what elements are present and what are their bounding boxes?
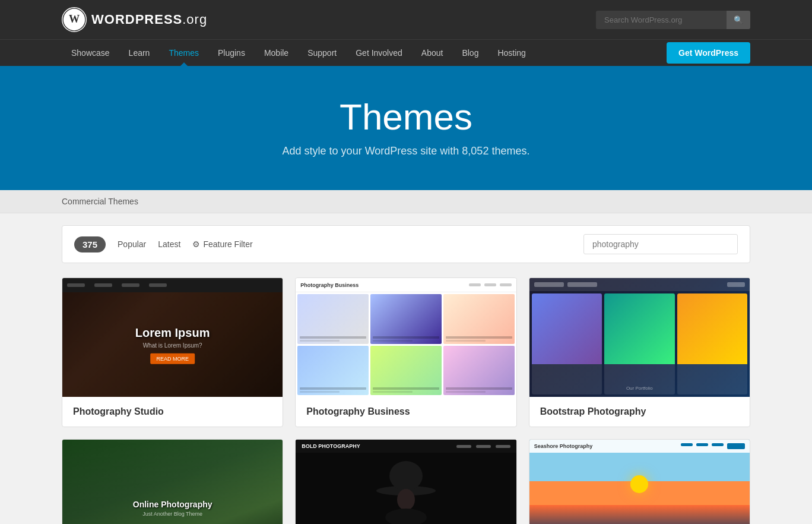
theme-card-bold-photo[interactable]: BOLD PHOTOGRAPHY (295, 439, 516, 524)
themes-section: 375 Popular Latest ⚙ Feature Filter (50, 225, 762, 524)
theme-preview-online-photo: Online Photography Just Another Blog The… (62, 440, 283, 524)
nav-item-get-involved[interactable]: Get Involved (346, 40, 412, 66)
theme-grid: Lorem Ipsum What is Lorem Ipsum? READ MO… (62, 277, 750, 524)
theme-card-online-photo[interactable]: Online Photography Just Another Blog The… (62, 439, 283, 524)
wordpress-logo-icon: W (62, 7, 87, 32)
nav-item-hosting[interactable]: Hosting (488, 40, 535, 66)
theme-search-input[interactable] (583, 234, 738, 254)
logo-area[interactable]: W WordPress.org (62, 7, 207, 32)
theme-name-photo-business: Photography Business (296, 397, 516, 427)
logo-text: WordPress.org (91, 12, 207, 27)
header: W WordPress.org 🔍 (0, 0, 812, 39)
hero-title: Themes (12, 96, 800, 138)
hero-subtitle: Add style to your WordPress site with 8,… (12, 145, 800, 157)
search-button[interactable]: 🔍 (727, 11, 750, 29)
feature-filter-label: Feature Filter (203, 239, 252, 249)
svg-point-5 (397, 489, 415, 510)
nav-item-themes[interactable]: Themes (159, 40, 208, 66)
hero-section: Themes Add style to your WordPress site … (0, 66, 812, 190)
nav-item-mobile[interactable]: Mobile (255, 40, 298, 66)
filter-bar: 375 Popular Latest ⚙ Feature Filter (62, 225, 750, 263)
nav-item-support[interactable]: Support (298, 40, 346, 66)
commercial-bar: Commercial Themes (0, 190, 812, 213)
nav-item-learn[interactable]: Learn (119, 40, 160, 66)
theme-name-photo-studio: Photography Studio (62, 397, 283, 427)
filter-left: 375 Popular Latest ⚙ Feature Filter (74, 236, 253, 252)
feature-filter-button[interactable]: ⚙ Feature Filter (192, 239, 252, 249)
nav-item-about[interactable]: About (412, 40, 453, 66)
svg-point-6 (385, 509, 427, 524)
get-wordpress-button[interactable]: Get WordPress (667, 42, 750, 64)
search-input[interactable] (596, 11, 727, 29)
svg-text:W: W (69, 13, 80, 25)
theme-preview-coastal-photo: Seashore Photography (529, 440, 750, 524)
gear-icon: ⚙ (192, 239, 200, 249)
nav-links: Showcase Learn Themes Plugins Mobile Sup… (62, 40, 535, 66)
theme-card-photo-studio[interactable]: Lorem Ipsum What is Lorem Ipsum? READ MO… (62, 277, 283, 427)
latest-filter-button[interactable]: Latest (158, 237, 180, 251)
theme-count-badge: 375 (74, 236, 106, 252)
nav-item-showcase[interactable]: Showcase (62, 40, 119, 66)
theme-preview-bold-photo: BOLD PHOTOGRAPHY (296, 440, 516, 524)
commercial-themes-link[interactable]: Commercial Themes (62, 197, 138, 206)
nav-item-blog[interactable]: Blog (452, 40, 488, 66)
nav-bar: Showcase Learn Themes Plugins Mobile Sup… (0, 39, 812, 66)
nav-item-plugins[interactable]: Plugins (208, 40, 255, 66)
theme-card-bootstrap-photo[interactable]: Our Portfolio Bootstrap Photography (529, 277, 750, 427)
theme-card-coastal-photo[interactable]: Seashore Photography Coastal Photography (529, 439, 750, 524)
search-area: 🔍 (596, 11, 750, 29)
theme-preview-photo-studio: Lorem Ipsum What is Lorem Ipsum? READ MO… (62, 278, 283, 397)
theme-card-photo-business[interactable]: Photography Business (295, 277, 516, 427)
svg-point-4 (389, 461, 423, 491)
theme-preview-photo-business: Photography Business (296, 278, 516, 397)
theme-name-bootstrap-photo: Bootstrap Photography (529, 397, 750, 427)
popular-filter-button[interactable]: Popular (118, 237, 146, 251)
theme-preview-bootstrap: Our Portfolio (529, 278, 750, 397)
